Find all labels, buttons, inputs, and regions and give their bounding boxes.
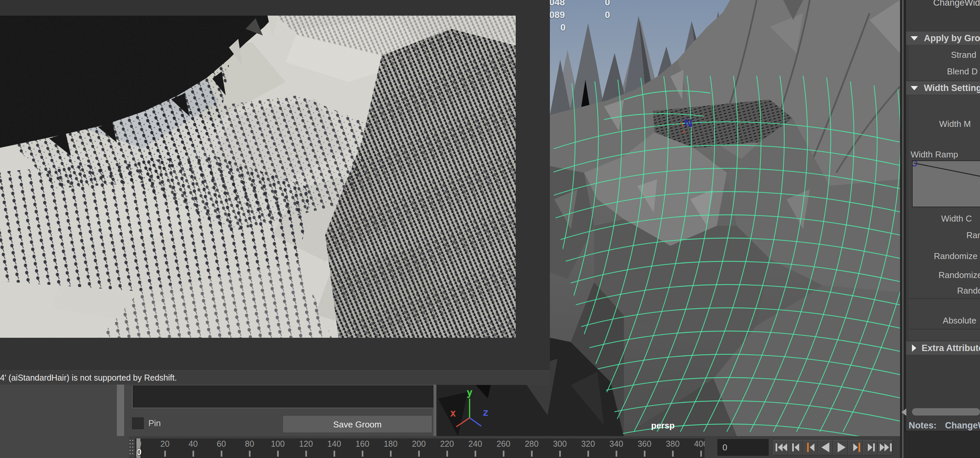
go-to-start-button[interactable] bbox=[773, 440, 788, 455]
section-width-settings[interactable]: Width Settings bbox=[906, 81, 980, 95]
render-view-titlebar[interactable] bbox=[0, 0, 550, 16]
hud-count-row1-col2: 0 bbox=[581, 0, 610, 8]
camera-label: persp bbox=[651, 420, 675, 431]
hscroll-left-arrow-icon[interactable] bbox=[901, 409, 906, 416]
timeline-tick-label: 200 bbox=[412, 439, 426, 449]
node-name-label: ChangeWidth bbox=[933, 0, 980, 8]
notes-label: Notes: bbox=[908, 420, 937, 431]
rendered-image bbox=[0, 16, 516, 338]
timeline-tick-mark bbox=[700, 451, 702, 457]
play-forwards-button[interactable] bbox=[833, 440, 848, 455]
go-to-end-button[interactable] bbox=[878, 440, 893, 455]
section-title: Width Settings bbox=[924, 83, 980, 93]
timeline-drag-handle[interactable] bbox=[129, 439, 134, 456]
timeline-tick-label: 280 bbox=[525, 439, 539, 449]
field-label-randomize-mult: Randomize M bbox=[934, 251, 980, 262]
timeline-tick-mark bbox=[390, 451, 391, 457]
go-end-icon bbox=[879, 442, 892, 453]
timeline-tick-mark bbox=[559, 451, 561, 457]
key-back-icon bbox=[805, 442, 818, 453]
chevron-right-icon bbox=[912, 345, 916, 352]
step-forward-key-button[interactable] bbox=[848, 440, 863, 455]
save-groom-button[interactable]: Save Groom bbox=[283, 416, 432, 432]
field-label-rand: Rand bbox=[966, 230, 980, 241]
axis-z-label: z bbox=[482, 407, 488, 418]
pin-checkbox[interactable] bbox=[132, 418, 144, 429]
timeline-tick-mark bbox=[249, 451, 251, 457]
timeline-tick-label: 180 bbox=[383, 439, 398, 449]
timeline-tick-label: 300 bbox=[553, 439, 567, 449]
normal-marker-label: N bbox=[684, 116, 693, 129]
timeline-tick-label: 260 bbox=[496, 439, 511, 449]
axis-x-label: x bbox=[450, 407, 456, 419]
pin-checkbox-label: Pin bbox=[148, 418, 161, 428]
step-back-icon bbox=[789, 442, 803, 453]
render-status-bar: 4' (aiStandardHair) is not supported by … bbox=[0, 370, 550, 385]
attribute-editor-panel: ChangeWidth Apply by Group Strand Blend … bbox=[900, 0, 980, 458]
timeline-tick-mark bbox=[531, 451, 533, 457]
current-frame-field[interactable] bbox=[718, 439, 768, 456]
step-forward-frame-button[interactable] bbox=[863, 440, 878, 455]
timeline-tick-label: 20 bbox=[160, 439, 170, 449]
timeline-tick-mark bbox=[164, 451, 166, 457]
timeline-left-fill bbox=[0, 436, 129, 458]
section-title: Extra Attributes bbox=[921, 343, 980, 353]
width-ramp-widget[interactable] bbox=[912, 160, 980, 207]
timeline-tick-mark bbox=[616, 451, 617, 457]
timeline-tick-mark bbox=[136, 451, 138, 457]
notes-field[interactable] bbox=[904, 431, 980, 458]
timeline-tick-label: 80 bbox=[245, 439, 254, 449]
maya-application: N y x z persp 2048 0 1089 0 0 bbox=[0, 0, 980, 458]
timeline-tick-mark bbox=[644, 451, 646, 457]
timeline-tick-mark bbox=[192, 451, 194, 457]
hud-count-row2-col2: 0 bbox=[581, 10, 610, 20]
timeline-tick-mark bbox=[474, 451, 476, 457]
timeline-tick-label: 240 bbox=[468, 439, 482, 449]
render-status-message: 4' (aiStandardHair) is not supported by … bbox=[0, 373, 177, 382]
axis-y-label: y bbox=[467, 386, 473, 398]
time-slider-bar: 0 02040608010012014016018020022024026028… bbox=[0, 436, 900, 458]
timeline-tick-label: 140 bbox=[327, 439, 341, 449]
timeline-tick-label: 400 bbox=[694, 439, 705, 449]
timeline-ruler[interactable]: 0 02040608010012014016018020022024026028… bbox=[135, 439, 705, 458]
hscroll-thumb[interactable] bbox=[912, 408, 980, 415]
key-fwd-icon bbox=[849, 442, 862, 453]
timeline-tick-mark bbox=[672, 451, 674, 457]
timeline-tick-mark bbox=[277, 451, 279, 457]
groom-field-box[interactable] bbox=[133, 386, 433, 407]
play-backwards-button[interactable] bbox=[818, 440, 833, 455]
timeline-tick-mark bbox=[362, 451, 363, 457]
timeline-tick-mark bbox=[587, 451, 589, 457]
field-label-width-curve: Width C bbox=[941, 214, 972, 224]
field-label-randomize-curve: Randomize C bbox=[939, 270, 980, 280]
chevron-down-icon bbox=[911, 36, 918, 40]
chevron-down-icon bbox=[911, 86, 918, 90]
timeline-tick-mark bbox=[221, 451, 222, 457]
field-label-random: Randon bbox=[957, 286, 980, 296]
section-apply-by-group[interactable]: Apply by Group bbox=[906, 32, 980, 45]
section-extra-attributes[interactable]: Extra Attributes bbox=[906, 342, 980, 355]
timeline-tick-label: 40 bbox=[188, 439, 198, 449]
timeline-tick-label: 380 bbox=[666, 439, 680, 449]
field-label-width-ramp: Width Ramp bbox=[911, 150, 958, 160]
step-back-key-button[interactable] bbox=[803, 440, 818, 455]
timeline-tick-label: 100 bbox=[271, 439, 285, 449]
timeline-tick-label: 360 bbox=[638, 439, 651, 449]
step-back-frame-button[interactable] bbox=[789, 440, 803, 455]
play-back-icon bbox=[819, 442, 833, 453]
divider bbox=[908, 329, 980, 329]
go-start-icon bbox=[775, 442, 788, 453]
step-fwd-icon bbox=[864, 442, 877, 453]
timeline-tick-mark bbox=[305, 451, 307, 457]
timeline-tick-mark bbox=[446, 451, 448, 457]
field-label-width-mult: Width M bbox=[939, 119, 971, 129]
timeline-tick-mark bbox=[418, 451, 420, 457]
play-fwd-icon bbox=[834, 442, 848, 453]
timeline-tick-label: 160 bbox=[355, 439, 369, 449]
notes-row: Notes: ChangeWidt bbox=[908, 420, 980, 431]
timeline-tick-mark bbox=[503, 451, 504, 457]
panel-scrollbar-line[interactable] bbox=[902, 0, 904, 458]
timeline-tick-label: 220 bbox=[440, 439, 454, 449]
timeline-tick-label: 340 bbox=[609, 439, 623, 449]
field-label-absolute: Absolute bbox=[942, 316, 976, 326]
